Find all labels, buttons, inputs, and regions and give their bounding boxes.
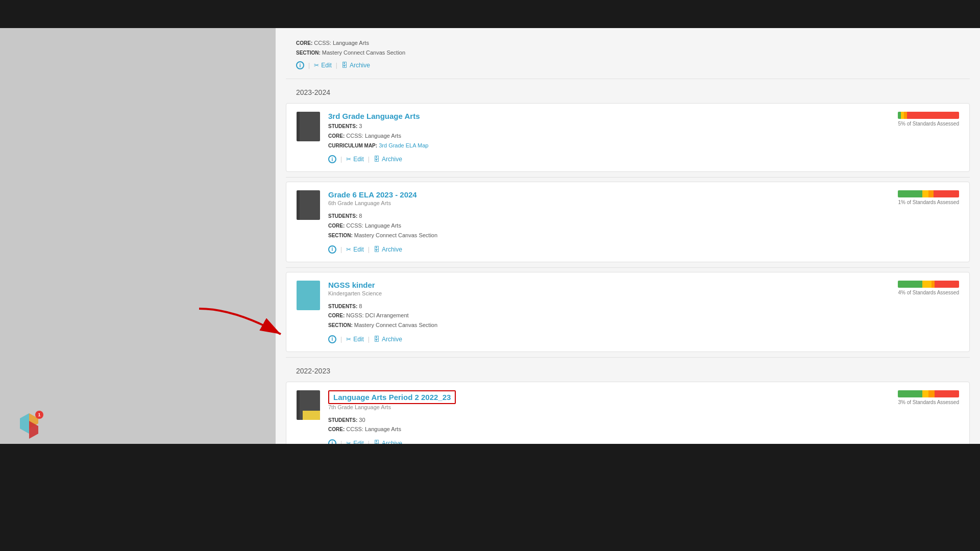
logo-icon[interactable]: 1: [15, 411, 43, 439]
edit-icon: ✂: [314, 62, 319, 69]
class-subtitle-grade6: 6th Grade Language Arts: [328, 200, 959, 206]
students-label: STUDENTS:: [328, 417, 357, 423]
section-value: Mastery Connect Canvas Section: [354, 322, 437, 328]
students-label: STUDENTS:: [328, 304, 357, 309]
students-value: 8: [359, 303, 362, 309]
edit-button[interactable]: ✂ Edit: [346, 156, 364, 163]
class-title-lang-arts-p2[interactable]: Language Arts Period 2 2022_23: [328, 390, 456, 404]
class-title-ngss[interactable]: NGSS kinder: [328, 281, 959, 289]
info-icon[interactable]: i: [328, 335, 336, 343]
curriculum-link[interactable]: 3rd Grade ELA Map: [379, 142, 428, 148]
class-item-lang-arts-period2: Language Arts Period 2 2022_23 7th Grade…: [286, 382, 970, 444]
bottom-bar: [0, 444, 980, 551]
core-label: CORE:: [296, 40, 312, 46]
partial-item: CORE: CCSS: Language Arts SECTION: Maste…: [286, 38, 970, 74]
sep: |: [340, 440, 342, 444]
thumbnail-ngss: [297, 281, 320, 310]
thumb-body: [300, 390, 320, 420]
archive-button[interactable]: 🗄 Archive: [374, 440, 402, 444]
sep: |: [340, 336, 342, 343]
class-actions-3rd-grade: i | ✂ Edit | 🗄 Archive: [328, 155, 959, 163]
bar-red: [935, 281, 959, 288]
class-actions-lang-arts-p2: i | ✂ Edit | 🗄 Archive: [328, 439, 959, 444]
edit-button[interactable]: ✂ Edit: [346, 440, 364, 444]
info-icon[interactable]: i: [296, 61, 304, 69]
thumb-body: [300, 112, 320, 141]
class-actions-grade6: i | ✂ Edit | 🗄 Archive: [328, 245, 959, 254]
edit-button[interactable]: ✂ Edit: [346, 336, 364, 343]
archive-button[interactable]: 🗄 Archive: [374, 336, 402, 343]
bar-yellow: [922, 190, 928, 197]
class-subtitle-ngss: Kindergarten Science: [328, 290, 959, 296]
class-info-3rd-grade: 3rd Grade Language Arts STUDENTS: 3 CORE…: [328, 112, 959, 163]
standards-bar-3rd-grade: 5% of Standards Assessed: [898, 112, 959, 127]
sep: |: [340, 156, 342, 163]
core-label: CORE:: [328, 223, 345, 229]
bar-red: [935, 390, 959, 397]
archive-icon: 🗄: [374, 156, 380, 163]
year-2023-2024: 2023-2024: [276, 84, 980, 101]
class-meta-ngss: STUDENTS: 8 CORE: NGSS: DCI Arrangement …: [328, 302, 959, 330]
class-meta-lang-arts-p2: STUDENTS: 30 CORE: CCSS: Language Arts: [328, 415, 959, 434]
edit-button[interactable]: ✂ Edit: [346, 246, 364, 253]
section-label: SECTION:: [328, 322, 353, 328]
class-info-ngss: NGSS kinder Kindergarten Science STUDENT…: [328, 281, 959, 343]
standards-bar-ngss: 4% of Standards Assessed: [898, 281, 959, 295]
students-label: STUDENTS:: [328, 123, 357, 129]
edit-icon: ✂: [346, 440, 351, 444]
core-value: CCSS: Language Arts: [314, 40, 369, 46]
archive-button[interactable]: 🗄 Archive: [374, 156, 402, 163]
divider4: [286, 357, 970, 358]
standards-label-3rd-grade: 5% of Standards Assessed: [898, 121, 959, 127]
info-icon[interactable]: i: [328, 155, 336, 163]
main-content: CORE: CCSS: Language Arts SECTION: Maste…: [0, 28, 980, 444]
students-value: 30: [359, 417, 365, 423]
content-area: CORE: CCSS: Language Arts SECTION: Maste…: [276, 28, 980, 444]
curriculum-label: CURRICULUM MAP:: [328, 143, 377, 148]
core-value: CCSS: Language Arts: [346, 133, 401, 139]
standards-bar-grade6: 1% of Standards Assessed: [898, 190, 959, 205]
bar-orange: [928, 390, 935, 397]
archive-icon: 🗄: [341, 62, 348, 69]
archive-button[interactable]: 🗄 Archive: [341, 62, 370, 69]
core-label: CORE:: [328, 427, 345, 432]
core-value: NGSS: DCI Arrangement: [346, 312, 408, 318]
sep2: |: [368, 336, 370, 343]
class-info-lang-arts-p2: Language Arts Period 2 2022_23 7th Grade…: [328, 390, 959, 444]
standards-bar-lang-arts-p2: 3% of Standards Assessed: [898, 390, 959, 405]
class-item-ngss-kinder: NGSS kinder Kindergarten Science STUDENT…: [286, 272, 970, 352]
svg-marker-3: [20, 413, 29, 434]
bar-3rd-grade: [898, 112, 959, 119]
section-label: SECTION:: [328, 233, 353, 238]
core-label: CORE:: [328, 313, 345, 318]
notification-badge: 1: [35, 411, 43, 419]
divider2: [286, 177, 970, 178]
core-label: CORE:: [328, 133, 345, 139]
class-title-grade6[interactable]: Grade 6 ELA 2023 - 2024: [328, 190, 959, 199]
archive-button[interactable]: 🗄 Archive: [374, 246, 402, 253]
thumbnail-grade6: [297, 190, 320, 220]
logo-area: 1: [15, 411, 43, 439]
section-label: SECTION:: [296, 50, 321, 56]
edit-icon: ✂: [346, 246, 351, 253]
class-meta-3rd-grade: STUDENTS: 3 CORE: CCSS: Language Arts CU…: [328, 121, 959, 150]
sep2: |: [368, 156, 370, 163]
bar-green: [898, 190, 922, 197]
students-value: 3: [359, 123, 362, 129]
info-icon[interactable]: i: [328, 245, 336, 254]
bar-lang-arts-p2: [898, 390, 959, 397]
year-2022-2023: 2022-2023: [276, 363, 980, 379]
class-title-3rd-grade[interactable]: 3rd Grade Language Arts: [328, 112, 959, 120]
archive-icon: 🗄: [374, 440, 380, 444]
students-label: STUDENTS:: [328, 213, 357, 219]
divider3: [286, 267, 970, 268]
thumbnail-lang-arts-p2: [297, 390, 320, 420]
class-item-3rd-grade-la: 3rd Grade Language Arts STUDENTS: 3 CORE…: [286, 103, 970, 172]
archive-icon: 🗄: [374, 246, 380, 253]
standards-label-grade6: 1% of Standards Assessed: [898, 199, 959, 205]
bar-grade6: [898, 190, 959, 197]
info-icon[interactable]: i: [328, 439, 336, 444]
partial-meta: CORE: CCSS: Language Arts SECTION: Maste…: [296, 38, 960, 57]
sep: |: [340, 246, 342, 253]
edit-button[interactable]: ✂ Edit: [314, 62, 332, 69]
